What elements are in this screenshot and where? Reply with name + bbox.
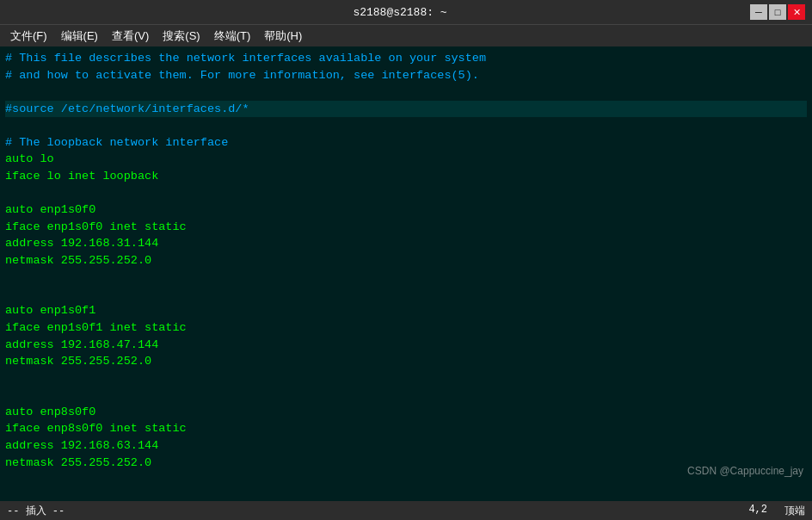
status-position-group: 4,2 顶端 bbox=[748, 504, 805, 518]
terminal-line: auto enp8s0f0 bbox=[5, 404, 807, 421]
terminal-line bbox=[5, 471, 807, 488]
terminal-line bbox=[5, 370, 807, 387]
terminal-line: netmask 255.255.252.0 bbox=[5, 252, 807, 269]
terminal-line: address 192.168.47.144 bbox=[5, 337, 807, 354]
status-position: 4,2 bbox=[748, 504, 767, 518]
terminal-line bbox=[5, 117, 807, 134]
menu-view[interactable]: 查看(V) bbox=[105, 27, 156, 46]
status-scroll: 顶端 bbox=[784, 504, 805, 518]
maximize-button[interactable]: □ bbox=[769, 4, 786, 20]
terminal-line: address 192.168.63.144 bbox=[5, 437, 807, 455]
terminal-line: netmask 255.255.252.0 bbox=[5, 353, 807, 370]
menu-edit[interactable]: 编辑(E) bbox=[54, 27, 105, 46]
terminal-line bbox=[5, 84, 807, 101]
terminal-line: iface enp1s0f0 inet static bbox=[5, 219, 807, 236]
window-title: s2188@s2188: ~ bbox=[50, 6, 750, 19]
terminal-window: s2188@s2188: ~ ─ □ ✕ 文件(F) 编辑(E) 查看(V) 搜… bbox=[0, 0, 812, 520]
terminal-line bbox=[5, 387, 807, 404]
terminal-line: iface lo inet loopback bbox=[5, 168, 807, 185]
menu-file[interactable]: 文件(F) bbox=[3, 27, 54, 46]
terminal-line: auto enp1s0f1 bbox=[5, 302, 807, 319]
terminal-line: iface enp1s0f1 inet static bbox=[5, 319, 807, 337]
menu-bar: 文件(F) 编辑(E) 查看(V) 搜索(S) 终端(T) 帮助(H) bbox=[0, 24, 812, 46]
menu-terminal[interactable]: 终端(T) bbox=[207, 27, 258, 46]
terminal-line bbox=[5, 185, 807, 202]
terminal-line: netmask 255.255.252.0 bbox=[5, 455, 807, 472]
terminal-line bbox=[5, 488, 807, 501]
status-mode: -- 插入 -- bbox=[7, 504, 65, 518]
minimize-button[interactable]: ─ bbox=[750, 4, 767, 20]
terminal-line bbox=[5, 286, 807, 303]
terminal-line: # This file describes the network interf… bbox=[5, 50, 807, 67]
terminal-line: # The loopback network interface bbox=[5, 134, 807, 152]
terminal-content[interactable]: # This file describes the network interf… bbox=[0, 46, 812, 501]
terminal-output: # This file describes the network interf… bbox=[5, 50, 807, 501]
terminal-line: #source /etc/network/interfaces.d/* bbox=[5, 101, 807, 118]
terminal-line: address 192.168.31.144 bbox=[5, 235, 807, 252]
window-controls: ─ □ ✕ bbox=[750, 4, 805, 20]
terminal-line: auto enp1s0f0 bbox=[5, 201, 807, 219]
title-bar: s2188@s2188: ~ ─ □ ✕ bbox=[0, 0, 812, 24]
terminal-line: # and how to activate them. For more inf… bbox=[5, 67, 807, 84]
terminal-line: iface enp8s0f0 inet static bbox=[5, 420, 807, 437]
menu-search[interactable]: 搜索(S) bbox=[156, 27, 206, 46]
close-button[interactable]: ✕ bbox=[788, 4, 805, 20]
menu-help[interactable]: 帮助(H) bbox=[257, 27, 309, 46]
status-bar: -- 插入 -- 4,2 顶端 bbox=[0, 501, 812, 520]
terminal-line bbox=[5, 269, 807, 286]
terminal-line: auto lo bbox=[5, 151, 807, 168]
